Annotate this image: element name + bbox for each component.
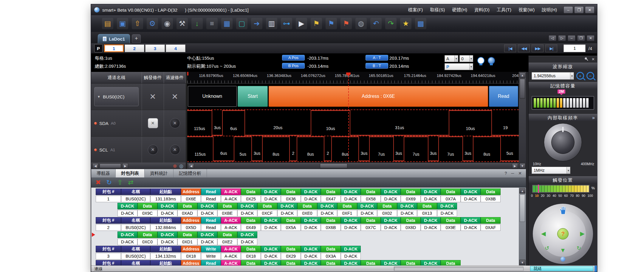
scroll-right-icon[interactable]: ▶ [512, 163, 518, 169]
packet-cell[interactable]: A-ACK [221, 253, 241, 259]
report-icon[interactable]: ▥ [266, 18, 277, 29]
trigger-position-slider[interactable] [532, 185, 589, 193]
document-tab[interactable]: LaDoc1 [98, 34, 130, 43]
packet-cell[interactable]: D-ACK [461, 196, 481, 202]
packet-cell[interactable]: D-ACK [117, 210, 137, 217]
scl-trigger-cell[interactable]: ✕ [142, 137, 164, 163]
pin-icon[interactable] [584, 57, 589, 61]
open-file-icon[interactable]: ▤ [102, 18, 113, 29]
remove-channel-icon[interactable]: ⊗ [173, 163, 177, 169]
marker-a-bulb-icon[interactable] [477, 57, 484, 64]
a-pos-badge[interactable]: A Pos [282, 55, 305, 61]
export-file-icon[interactable]: ⇧ [132, 18, 143, 29]
tab-封包列表[interactable]: 封包列表 [116, 169, 145, 177]
flag-a-icon[interactable]: ⚑ [311, 18, 322, 29]
packet-cell[interactable]: 0X49 [241, 224, 261, 231]
tab-scroll-left-icon[interactable]: ◁ [549, 35, 556, 41]
packet-cell[interactable]: D-ACK [381, 224, 401, 231]
undo-icon[interactable]: ↶ [370, 18, 382, 29]
sda-filter-cell[interactable]: ✕ [164, 110, 186, 136]
packet-cell[interactable]: 0X6E [181, 196, 201, 202]
pad-help-button[interactable]: ? [557, 228, 569, 239]
packet-cell[interactable]: D-ACK [301, 253, 321, 259]
packet-cell[interactable]: D-ACK [261, 196, 281, 202]
packet-cell[interactable]: D-ACK [421, 196, 441, 202]
menu-item[interactable]: 檔案(F) [408, 7, 423, 13]
packet-cell[interactable]: D-ACK [237, 239, 257, 245]
scrollbar-thumb[interactable] [320, 163, 347, 168]
noise-filter-icon[interactable]: ◍ [355, 18, 367, 29]
scrollbar-thumb[interactable] [100, 163, 121, 168]
flag-t-icon[interactable]: ⚑ [340, 18, 352, 29]
restore-button[interactable]: ❐ [574, 6, 584, 13]
nav-next-icon[interactable]: ▶▶ [532, 44, 544, 52]
scroll-left-icon[interactable]: ◀ [92, 163, 98, 169]
nav-prev-icon[interactable]: ◀◀ [518, 44, 530, 52]
panel-close-icon[interactable]: ✕ [592, 57, 595, 61]
packet-cell[interactable]: 0XAF [481, 224, 501, 231]
packet-cell[interactable]: 0X8D [401, 224, 421, 231]
scroll-up-icon[interactable]: ▲ [519, 188, 525, 194]
packet-cell[interactable]: D-ACK [261, 224, 281, 231]
panel-close-icon[interactable]: ✕ [518, 171, 522, 176]
tab-導航器[interactable]: 導航器 [91, 169, 116, 177]
sync-waveform-icon[interactable]: ⇄ [128, 179, 133, 186]
packet-cell[interactable]: 0X58 [361, 196, 381, 202]
marker-number-select[interactable]: 0▾ [459, 55, 473, 62]
packet-cell[interactable]: 0XE0 [297, 210, 317, 217]
scl-filter-cell[interactable]: ✕ [164, 137, 186, 163]
zoom-out-icon[interactable]: − [586, 72, 594, 80]
packet-cell[interactable]: BUS0(I2C) [121, 224, 150, 231]
minimize-button[interactable]: – [564, 6, 573, 13]
favorite-icon[interactable]: ★ [400, 18, 411, 29]
packet-cell[interactable]: 0X13 [417, 210, 437, 217]
sda-name-cell[interactable]: SDA A0 [91, 110, 142, 136]
scrollbar-thumb[interactable] [520, 79, 525, 98]
packet-cell[interactable]: 0XD1 [177, 239, 197, 245]
packet-cell[interactable]: 0X36 [281, 196, 301, 202]
menu-item[interactable]: 視窗(W) [518, 7, 535, 13]
flag-b-icon[interactable]: ⚑ [326, 18, 337, 29]
refresh-packets-icon[interactable]: ↻ [106, 179, 112, 186]
goto-icon[interactable]: ➔ [251, 18, 262, 29]
pan-down-icon[interactable]: ▼ [560, 247, 566, 254]
sample-rate-knob[interactable] [544, 123, 582, 161]
sda-trigger-cell[interactable]: ✕ [142, 110, 164, 136]
packet-cell[interactable]: D-ACK [157, 210, 177, 217]
packet-cell[interactable]: D-ACK [357, 210, 377, 217]
bus0-filter-cell[interactable]: ✕ [164, 84, 186, 110]
packet-cell[interactable]: D-ACK [437, 210, 457, 217]
packet-cell[interactable]: D-ACK [197, 210, 217, 217]
packet-cell[interactable]: 1 [96, 196, 121, 202]
a-t-badge[interactable]: A - T [366, 55, 388, 61]
zoom-scale-select[interactable]: 1.942558us ▾ [532, 72, 574, 80]
acquire-icon[interactable]: ↓ [191, 18, 203, 29]
packet-cell[interactable]: D-ACK [341, 224, 361, 231]
probe-connect-icon[interactable]: ⊶ [281, 18, 292, 29]
more-icon[interactable]: » [592, 115, 595, 120]
tab-記憶體分析[interactable]: 記憶體分析 [174, 169, 207, 177]
panel-minimize-icon[interactable]: ─ [511, 171, 514, 176]
packet-cell[interactable]: D-ACK [197, 239, 217, 245]
memory-depth-icon[interactable]: ≡ [206, 18, 218, 29]
packet-cell[interactable]: 3 [96, 253, 121, 259]
packet-cell[interactable]: 134.132ms [150, 253, 181, 259]
doc-minimize-button[interactable]: – [568, 35, 575, 41]
packet-cell[interactable]: 0X5A [281, 224, 301, 231]
rotate-left-icon[interactable]: ↺ [545, 245, 549, 251]
nav-last-icon[interactable]: ▶| [545, 44, 557, 52]
packet-cell[interactable]: 0X18 [181, 253, 201, 259]
marker-b-bulb-icon[interactable] [488, 57, 495, 64]
menu-item[interactable]: 說明(H) [542, 7, 557, 13]
packet-cell[interactable]: D-ACK [157, 239, 177, 245]
packet-cell[interactable]: 0X29 [281, 253, 301, 259]
add-document-button[interactable]: + [132, 34, 141, 43]
packet-cell[interactable]: 0X3A [321, 253, 341, 259]
packet-cell[interactable]: D-ACK [461, 224, 481, 231]
clear-packets-icon[interactable]: ✖ [95, 179, 101, 186]
packet-cell[interactable]: Read [201, 196, 221, 202]
packet-cell[interactable]: D-ACK [341, 196, 361, 202]
packet-cell[interactable]: 0XAD [177, 210, 197, 217]
packet-cell[interactable]: D-ACK [117, 239, 137, 245]
menu-item[interactable]: 取樣(S) [430, 7, 445, 13]
